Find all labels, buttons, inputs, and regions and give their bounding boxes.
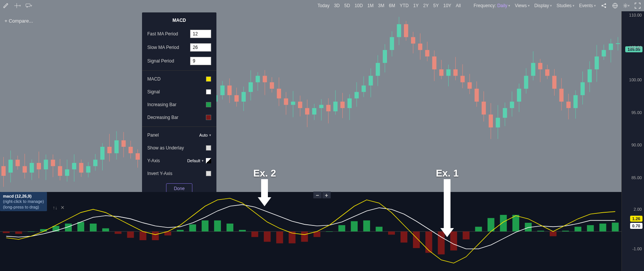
main-price-chart[interactable]: 110.00 105.05 105.00 100.00 95.00 90.00 … bbox=[0, 11, 644, 192]
yaxis-select[interactable]: Default▾ bbox=[187, 158, 204, 163]
svg-rect-181 bbox=[595, 56, 599, 69]
range-all[interactable]: All bbox=[456, 3, 461, 8]
slow-ma-input[interactable] bbox=[190, 43, 211, 52]
draw-tool-icon[interactable] bbox=[3, 2, 10, 9]
svg-rect-25 bbox=[44, 160, 48, 169]
yaxis-color-swatch[interactable] bbox=[206, 158, 211, 163]
svg-rect-107 bbox=[333, 102, 337, 111]
svg-rect-29 bbox=[58, 166, 62, 176]
comment-icon[interactable]: ▾ bbox=[26, 2, 32, 9]
svg-rect-119 bbox=[376, 63, 380, 76]
range-today[interactable]: Today bbox=[317, 3, 330, 8]
zoom-in-button[interactable]: + bbox=[322, 192, 331, 198]
svg-point-11 bbox=[624, 5, 626, 6]
svg-rect-19 bbox=[23, 166, 27, 172]
globe-icon[interactable] bbox=[612, 2, 618, 9]
range-ytd[interactable]: YTD bbox=[400, 3, 409, 8]
svg-rect-125 bbox=[397, 24, 401, 37]
svg-rect-201 bbox=[152, 231, 159, 240]
svg-rect-131 bbox=[418, 44, 422, 50]
svg-rect-235 bbox=[574, 227, 581, 231]
svg-rect-151 bbox=[489, 114, 493, 127]
signal-period-input[interactable] bbox=[190, 57, 211, 65]
ind-ytick: 2.00 bbox=[634, 207, 642, 212]
svg-rect-15 bbox=[9, 160, 13, 172]
ytick: 95.00 bbox=[631, 110, 642, 115]
svg-rect-208 bbox=[239, 230, 246, 231]
range-5y[interactable]: 5Y bbox=[433, 3, 439, 8]
svg-rect-123 bbox=[390, 37, 394, 50]
svg-rect-175 bbox=[573, 95, 577, 108]
fast-ma-label: Fast MA Period bbox=[147, 31, 178, 37]
svg-rect-93 bbox=[284, 98, 288, 105]
range-1y[interactable]: 1Y bbox=[413, 3, 419, 8]
svg-point-5 bbox=[605, 6, 606, 8]
svg-rect-77 bbox=[227, 85, 231, 95]
main-y-axis[interactable]: 110.00 105.05 105.00 100.00 95.00 90.00 … bbox=[621, 11, 644, 192]
svg-rect-103 bbox=[319, 105, 324, 108]
macd-color-label: MACD bbox=[147, 76, 160, 82]
range-5d[interactable]: 5D bbox=[344, 3, 350, 8]
svg-rect-159 bbox=[517, 89, 521, 102]
crosshair-icon[interactable]: ▾ bbox=[14, 2, 21, 9]
range-2y[interactable]: 2Y bbox=[423, 3, 429, 8]
svg-rect-115 bbox=[361, 85, 366, 92]
underlay-checkbox[interactable] bbox=[206, 145, 211, 151]
macd-value-tag: 1.26 bbox=[630, 216, 642, 222]
range-1m[interactable]: 1M bbox=[367, 3, 374, 8]
svg-rect-153 bbox=[496, 118, 500, 128]
range-3m[interactable]: 3M bbox=[378, 3, 384, 8]
indicator-title: macd (12,26,9) bbox=[3, 193, 44, 199]
fast-ma-input[interactable] bbox=[190, 30, 211, 38]
svg-rect-143 bbox=[460, 76, 464, 82]
collapse-icon[interactable]: ↑↓ bbox=[53, 205, 57, 210]
range-6m[interactable]: 6M bbox=[389, 3, 395, 8]
indicator-hint2: (long-press to drag) bbox=[3, 204, 44, 210]
svg-rect-145 bbox=[467, 82, 472, 89]
svg-rect-196 bbox=[90, 224, 97, 231]
range-10d[interactable]: 10D bbox=[355, 3, 363, 8]
macd-color-swatch[interactable] bbox=[206, 76, 211, 82]
events-menu[interactable]: Events▾ bbox=[579, 3, 596, 8]
range-3d[interactable]: 3D bbox=[334, 3, 340, 8]
svg-rect-199 bbox=[127, 231, 134, 238]
studies-menu[interactable]: Studies▾ bbox=[556, 3, 574, 8]
svg-rect-189 bbox=[3, 231, 9, 233]
close-icon[interactable]: ✕ bbox=[60, 205, 65, 210]
indicator-y-axis[interactable]: 2.00 1.26 0.70 -1.00 bbox=[621, 192, 644, 271]
share-icon[interactable] bbox=[600, 2, 607, 9]
indicator-header[interactable]: macd (12,26,9) (right-click to manage) (… bbox=[0, 192, 47, 211]
svg-rect-179 bbox=[588, 69, 592, 82]
svg-rect-191 bbox=[28, 231, 35, 232]
svg-rect-117 bbox=[369, 76, 373, 85]
macd-settings-dialog: MACD Fast MA Period Slow MA Period Signa… bbox=[142, 12, 216, 199]
svg-rect-133 bbox=[425, 50, 429, 56]
increasing-bar-swatch[interactable] bbox=[206, 102, 211, 107]
decreasing-bar-swatch[interactable] bbox=[206, 115, 211, 120]
svg-rect-183 bbox=[602, 50, 606, 56]
decreasing-bar-label: Decreasing Bar bbox=[147, 115, 178, 120]
svg-rect-163 bbox=[531, 63, 535, 76]
svg-rect-207 bbox=[227, 224, 233, 231]
macd-indicator-panel[interactable]: macd (12,26,9) (right-click to manage) (… bbox=[0, 192, 644, 271]
frequency-menu[interactable]: Frequency: Daily ▾ bbox=[473, 3, 510, 8]
svg-rect-213 bbox=[301, 231, 308, 242]
svg-rect-217 bbox=[351, 221, 358, 231]
views-menu[interactable]: Views▾ bbox=[515, 3, 530, 8]
svg-rect-195 bbox=[77, 222, 84, 231]
gear-icon[interactable]: ▾ bbox=[623, 2, 630, 9]
fullscreen-icon[interactable] bbox=[634, 2, 641, 9]
invert-yaxis-checkbox[interactable] bbox=[206, 171, 211, 176]
range-10y[interactable]: 10Y bbox=[443, 3, 451, 8]
display-menu[interactable]: Display▾ bbox=[534, 3, 552, 8]
indicator-hint1: (right-click to manage) bbox=[3, 199, 44, 204]
zoom-out-button[interactable]: − bbox=[313, 192, 322, 198]
panel-select[interactable]: Auto▾ bbox=[199, 133, 211, 137]
svg-rect-233 bbox=[550, 231, 556, 236]
signal-color-swatch[interactable] bbox=[206, 89, 211, 94]
ytick: 85.00 bbox=[631, 175, 642, 180]
svg-rect-169 bbox=[552, 76, 556, 88]
svg-rect-47 bbox=[121, 140, 125, 147]
svg-rect-91 bbox=[277, 89, 281, 99]
svg-rect-218 bbox=[363, 221, 370, 231]
